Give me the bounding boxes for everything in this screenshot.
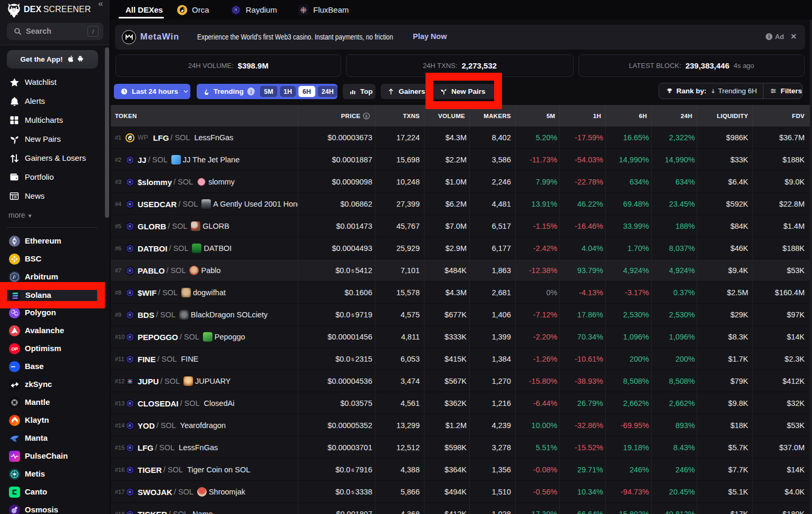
svg-text:R: R	[129, 512, 132, 514]
svg-text:R: R	[129, 357, 132, 362]
svg-text:R: R	[129, 445, 132, 450]
svg-text:OP: OP	[12, 346, 18, 352]
svg-text:R: R	[129, 423, 132, 428]
svg-text:R: R	[129, 268, 132, 273]
svg-text:R: R	[129, 290, 132, 295]
svg-text:R: R	[129, 335, 132, 340]
svg-text:R: R	[129, 224, 132, 229]
svg-text:R: R	[129, 313, 132, 317]
svg-text:R: R	[129, 202, 132, 207]
svg-text:R: R	[235, 7, 238, 13]
svg-text:R: R	[129, 401, 132, 406]
svg-text:R: R	[129, 246, 132, 251]
svg-text:R: R	[129, 158, 132, 162]
svg-text:$: $	[365, 113, 368, 118]
svg-text:R: R	[129, 490, 132, 494]
svg-text:R: R	[129, 180, 132, 185]
svg-text:R: R	[129, 468, 132, 472]
